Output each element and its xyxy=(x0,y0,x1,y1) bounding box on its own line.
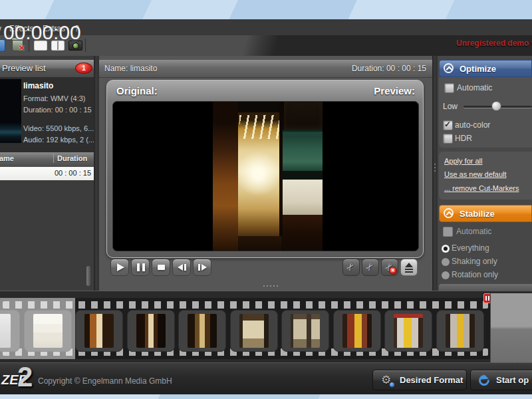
vertical-splitter-right[interactable] xyxy=(432,56,438,291)
optimize-title: Optimize xyxy=(460,64,496,74)
auto-color-label[interactable]: auto-color xyxy=(455,120,490,130)
frame-back-button[interactable] xyxy=(172,259,191,276)
pause-icon xyxy=(137,263,145,271)
menu-item-partial[interactable]: y xyxy=(0,24,1,33)
filmstrip-frame[interactable] xyxy=(281,310,329,352)
cut-start-button[interactable]: ✂ xyxy=(342,259,360,276)
frame-thumbnail xyxy=(394,314,423,348)
video-frame-image xyxy=(213,102,323,251)
start-optimization-label: Start op xyxy=(496,375,529,385)
cut-end-button[interactable]: ✂ xyxy=(362,259,379,276)
remove-cut-button[interactable]: ✂✕ xyxy=(381,259,398,276)
timecode-display: 00:00:00 xyxy=(3,21,81,44)
frame-forward-icon xyxy=(201,264,207,271)
hdr-label[interactable]: HDR xyxy=(455,134,472,143)
filmstrip-frame[interactable] xyxy=(178,310,226,352)
clip-video-info: Video: 5500 kbps, 6... xyxy=(23,124,94,132)
column-divider[interactable] xyxy=(53,154,54,163)
frame-forward-button[interactable] xyxy=(193,259,211,276)
stabilize-automatic-checkbox[interactable] xyxy=(443,227,453,237)
rotation-only-radio[interactable] xyxy=(442,271,450,279)
frame-thumbnail xyxy=(239,314,269,348)
frame-thumbnail xyxy=(136,314,166,348)
hdr-checkbox[interactable] xyxy=(443,134,453,144)
video-whiteboard xyxy=(283,180,323,215)
rotation-only-label[interactable]: Rotation only xyxy=(452,270,498,279)
filmstrip-frame[interactable] xyxy=(384,310,432,352)
video-viewport[interactable] xyxy=(112,101,419,251)
filmstrip-frame[interactable] xyxy=(127,310,175,352)
column-duration[interactable]: Duration xyxy=(57,154,87,162)
horizontal-splitter-grip[interactable] xyxy=(263,285,265,287)
frame-thumbnail xyxy=(188,314,217,348)
everything-label[interactable]: Everything xyxy=(452,243,489,253)
low-label: Low xyxy=(443,102,458,111)
stabilize-section-header[interactable]: Stabilize xyxy=(439,205,532,222)
toolbar-separator xyxy=(85,39,86,52)
video-green-board xyxy=(283,130,323,174)
eject-icon xyxy=(405,263,413,267)
preview-label: Preview: xyxy=(374,85,415,96)
vertical-splitter-left[interactable] xyxy=(94,56,99,291)
video-floor-right xyxy=(283,215,323,251)
filmstrip-frame[interactable] xyxy=(75,310,123,352)
play-icon xyxy=(117,263,124,271)
frame-forward-bar xyxy=(198,264,200,271)
shaking-only-radio[interactable] xyxy=(442,258,450,266)
splitter-grip-dots[interactable] xyxy=(434,164,436,165)
frame-thumbnail xyxy=(342,314,372,348)
start-optimization-button[interactable]: Start op xyxy=(470,370,532,390)
filmstrip-frame[interactable] xyxy=(436,310,484,352)
desired-format-label: Desired Format xyxy=(400,375,463,385)
everything-radio[interactable] xyxy=(442,245,450,253)
stop-icon xyxy=(158,265,165,270)
desktop-background-bottom xyxy=(0,394,532,399)
clip-format: Format: WMV (4:3) xyxy=(23,94,86,102)
eject-bar xyxy=(405,269,413,270)
refresh-icon xyxy=(477,372,492,388)
timecode-panel xyxy=(490,293,532,362)
cut-end-icon: ✂ xyxy=(363,261,376,273)
play-button[interactable] xyxy=(110,259,129,276)
delete-x-icon: ✕ xyxy=(19,44,25,53)
clip-duration: Duration: 00 : 00 : 15 xyxy=(23,106,92,114)
optimize-section-header[interactable]: Optimize xyxy=(439,60,532,77)
video-ceiling-lights xyxy=(239,115,281,139)
auto-color-checkbox[interactable] xyxy=(443,120,453,130)
frame-back-bar xyxy=(184,264,186,271)
eject-bar xyxy=(405,271,413,273)
remove-cut-markers-link[interactable]: ... remove Cut-Markers xyxy=(444,184,519,192)
eject-button[interactable] xyxy=(400,259,418,276)
video-ceiling xyxy=(284,102,323,132)
cut-region-overlay xyxy=(0,298,75,359)
frame-thumbnail xyxy=(446,314,475,348)
clip-row-duration: 00 : 00 : 15 xyxy=(55,169,91,177)
filmstrip-frame[interactable] xyxy=(230,310,278,352)
chevron-up-icon[interactable] xyxy=(444,63,454,73)
use-as-default-link[interactable]: Use as new default xyxy=(444,170,507,178)
column-name[interactable]: Name xyxy=(0,154,14,162)
app-logo-number: 2 xyxy=(17,361,33,393)
video-door-frame xyxy=(213,102,238,251)
automatic-label[interactable]: Automatic xyxy=(457,83,492,92)
stabilize-automatic-label[interactable]: Automatic xyxy=(456,227,491,236)
filmstrip-frame[interactable] xyxy=(333,310,381,352)
apply-for-all-link[interactable]: Apply for all xyxy=(444,157,482,165)
clip-audio-info: Audio: 192 kbps, 2 (... xyxy=(23,136,94,144)
chevron-up-icon[interactable] xyxy=(444,208,454,218)
desired-format-button[interactable]: ⚙ Desired Format xyxy=(372,370,467,390)
shaking-only-label[interactable]: Shaking only xyxy=(452,257,497,266)
clip-thumbnail[interactable] xyxy=(0,79,21,143)
next-section-partial[interactable] xyxy=(439,284,532,291)
stop-button[interactable] xyxy=(152,259,170,276)
panel-collapse-grip[interactable] xyxy=(86,266,90,286)
player-clip-name: Name: limasito xyxy=(104,64,157,73)
frame-thumbnail xyxy=(291,314,320,348)
pause-button[interactable] xyxy=(131,259,150,276)
automatic-checkbox[interactable] xyxy=(444,83,454,93)
clip-info-card[interactable]: limasito Format: WMV (4:3) Duration: 00 … xyxy=(0,77,94,152)
gear-icon: ⚙ xyxy=(381,374,393,386)
preview-list-panel: Preview list 1 limasito Format: WMV (4:3… xyxy=(0,56,94,291)
strength-slider-thumb[interactable] xyxy=(491,101,501,111)
clip-row[interactable]: 00 : 00 : 15 xyxy=(0,167,94,180)
